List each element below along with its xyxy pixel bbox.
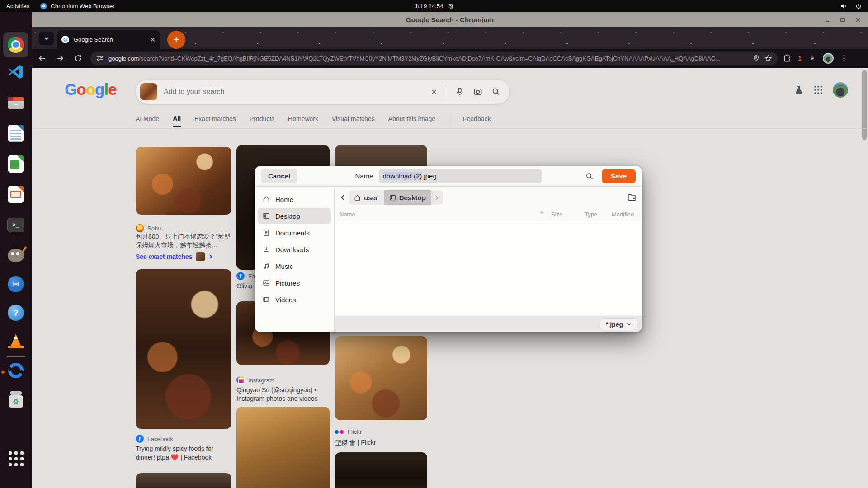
site-settings-icon[interactable]	[96, 54, 104, 62]
path-bar: user Desktop	[335, 187, 642, 208]
search-icon[interactable]	[491, 87, 500, 96]
clock-menu[interactable]: Jul 9 14:54	[415, 3, 454, 9]
result-title[interactable]: 聖傑 會 | Flickr	[335, 438, 427, 447]
new-tab-button[interactable]: +	[167, 31, 185, 49]
result-title[interactable]: 包月800、只上门不谈恋爱？“新型保姆爆火市场，越年轻越抢...	[136, 232, 232, 249]
cancel-button[interactable]: Cancel	[261, 169, 297, 183]
search-bar[interactable]: Add to your search ×	[136, 80, 509, 104]
forward-button[interactable]	[52, 51, 68, 66]
sort-ascending-icon[interactable]	[539, 211, 544, 214]
maximize-button[interactable]	[840, 17, 845, 23]
tab-ai-mode[interactable]: AI Mode	[136, 115, 159, 126]
location-icon[interactable]	[752, 55, 760, 62]
tab-close-icon[interactable]: ✕	[150, 36, 156, 44]
file-type-filter[interactable]: *.jpeg	[600, 318, 637, 330]
dock-help[interactable]: ?	[7, 304, 25, 322]
sidebar-item-pictures[interactable]: Pictures	[258, 275, 331, 291]
result-image[interactable]	[136, 147, 231, 215]
result-source[interactable]: fFacebook	[136, 435, 173, 443]
dock-software-updater[interactable]	[7, 361, 25, 380]
back-button[interactable]	[34, 51, 50, 66]
see-exact-matches-link[interactable]: See exact matches	[136, 252, 213, 261]
sidebar-item-desktop[interactable]: Desktop	[258, 208, 331, 224]
activities-button[interactable]: Activities	[6, 3, 29, 9]
window-titlebar[interactable]: Google Search - Chromium	[32, 12, 868, 27]
show-applications-button[interactable]	[7, 450, 25, 468]
result-source[interactable]: Instagram	[236, 376, 274, 384]
tab-products[interactable]: Products	[250, 115, 274, 126]
path-forward-icon[interactable]	[431, 190, 443, 205]
extension-badge[interactable]: 1	[798, 55, 802, 62]
focused-app-menu[interactable]: Chromium Web Browser	[40, 3, 114, 9]
dock-vscode[interactable]	[7, 63, 25, 81]
result-image[interactable]	[136, 473, 231, 488]
dock-libreoffice-impress[interactable]	[7, 185, 25, 203]
tab-all[interactable]: All	[173, 115, 181, 127]
dock-libreoffice-writer[interactable]	[7, 124, 25, 142]
tab-title: Google Search	[74, 36, 145, 43]
new-folder-button[interactable]	[627, 193, 637, 202]
sidebar-item-music[interactable]: Music	[258, 258, 331, 274]
filename-input[interactable]: download (2).jpeg	[379, 169, 542, 183]
tab-about-this-image[interactable]: About this image	[388, 115, 435, 126]
column-size[interactable]: Size	[551, 211, 562, 218]
dock-terminal[interactable]: >_	[7, 216, 25, 234]
result-source[interactable]: Flickr	[335, 428, 362, 435]
tab-exact-matches[interactable]: Exact matches	[194, 115, 236, 126]
address-bar[interactable]: google.com/search?vsrid=CKWepZzt_4r_7gEQ…	[90, 52, 778, 65]
path-back-icon[interactable]	[340, 194, 345, 201]
column-type[interactable]: Type	[585, 211, 597, 218]
dock-thunderbird[interactable]: ✉	[7, 275, 25, 293]
result-title[interactable]: Qingyao Su (@su.qingyao) • Instagram pho…	[236, 386, 330, 403]
sidebar-item-downloads[interactable]: Downloads	[258, 241, 331, 258]
extensions-icon[interactable]	[783, 54, 792, 63]
dock-vlc[interactable]	[7, 332, 25, 350]
tab-search-button[interactable]	[39, 32, 54, 45]
result-image[interactable]	[136, 269, 231, 429]
minimize-button[interactable]	[825, 17, 830, 23]
google-apps-icon[interactable]	[814, 85, 823, 94]
mic-icon[interactable]	[455, 87, 464, 96]
clear-icon[interactable]: ×	[431, 87, 437, 97]
labs-icon[interactable]	[794, 85, 804, 95]
breadcrumb-desktop[interactable]: Desktop	[384, 190, 431, 205]
query-image-thumbnail[interactable]	[140, 83, 157, 100]
profile-avatar[interactable]	[833, 82, 848, 98]
breadcrumb-user[interactable]: user	[349, 190, 384, 205]
lens-camera-icon[interactable]	[473, 87, 482, 96]
dock-trash[interactable]: ♻	[7, 390, 25, 408]
result-title[interactable]: Trying mildly spicy foods for dinner! pt…	[136, 445, 231, 462]
browser-tab[interactable]: G Google Search ✕	[57, 30, 160, 49]
save-button[interactable]: Save	[602, 169, 636, 183]
result-image[interactable]	[236, 407, 330, 488]
bookmark-star-icon[interactable]	[764, 55, 772, 62]
browser-profile-avatar[interactable]	[823, 53, 834, 64]
dock-gimp[interactable]	[7, 246, 25, 264]
tab-feedback[interactable]: Feedback	[463, 115, 491, 126]
sidebar-item-home[interactable]: Home	[258, 191, 331, 207]
dock-libreoffice-calc[interactable]	[7, 155, 25, 173]
result-image[interactable]	[335, 336, 427, 420]
tab-visual-matches[interactable]: Visual matches	[332, 115, 375, 126]
dock-chromium[interactable]	[7, 36, 25, 54]
menu-icon[interactable]	[840, 54, 848, 62]
sidebar-item-documents[interactable]: Documents	[258, 225, 331, 241]
tab-homework[interactable]: Homework	[288, 115, 318, 126]
downloads-icon[interactable]	[808, 54, 816, 63]
result-source[interactable]: Sohu	[136, 224, 161, 232]
tab-strip: G Google Search ✕ +	[32, 27, 868, 49]
file-list[interactable]	[335, 221, 642, 316]
dock-separator	[6, 356, 25, 357]
reload-button[interactable]	[71, 51, 86, 66]
result-image[interactable]	[335, 452, 427, 488]
column-name[interactable]: Name	[340, 211, 355, 218]
page-scrollbar[interactable]	[862, 70, 867, 140]
close-button[interactable]	[855, 17, 861, 23]
system-status-menu[interactable]	[840, 3, 868, 9]
search-files-icon[interactable]	[585, 172, 594, 180]
dock-files[interactable]	[7, 94, 25, 112]
sidebar-item-videos[interactable]: Videos	[258, 291, 331, 308]
search-input[interactable]: Add to your search	[164, 88, 425, 96]
column-modified[interactable]: Modified	[612, 211, 634, 218]
divider	[446, 86, 446, 98]
